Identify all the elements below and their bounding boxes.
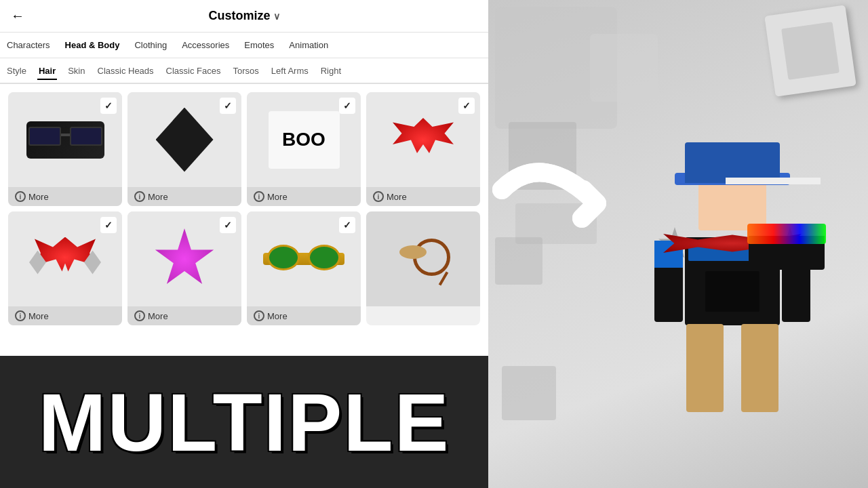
item-image-7: ✓ xyxy=(247,211,361,306)
sub-tab-left-arms[interactable]: Left Arms xyxy=(270,63,310,79)
info-icon-3: i xyxy=(254,191,264,202)
left-panel: ← Customize ∨ Characters Head & Body Clo… xyxy=(0,0,488,488)
item-more-7[interactable]: i More xyxy=(247,306,361,325)
item-more-5[interactable]: i More xyxy=(8,306,122,325)
check-badge-5: ✓ xyxy=(100,217,117,233)
chevron-down-icon[interactable]: ∨ xyxy=(273,11,280,22)
sub-tabs: Style Hair Skin Classic Heads Classic Fa… xyxy=(0,58,488,84)
page-title: Customize ∨ xyxy=(208,9,279,23)
item-card-2[interactable]: ✓ i More xyxy=(127,92,241,206)
item-more-6[interactable]: i More xyxy=(127,306,241,325)
more-label-2: More xyxy=(148,192,168,202)
nav-tabs: Characters Head & Body Clothing Accessor… xyxy=(0,33,488,58)
info-icon-7: i xyxy=(254,310,264,321)
sub-tab-classic-heads[interactable]: Classic Heads xyxy=(96,63,155,79)
check-badge-7: ✓ xyxy=(339,217,355,233)
logo-inner xyxy=(781,22,840,80)
sub-tab-torsos[interactable]: Torsos xyxy=(232,63,260,79)
more-label-6: More xyxy=(148,311,168,321)
check-badge-3: ✓ xyxy=(339,98,355,114)
title-text: Customize xyxy=(208,9,270,23)
nav-tab-characters[interactable]: Characters xyxy=(5,37,52,53)
nav-tab-clothing[interactable]: Clothing xyxy=(133,37,168,53)
more-label-7: More xyxy=(267,311,288,321)
sub-tab-classic-faces[interactable]: Classic Faces xyxy=(165,63,222,79)
right-panel xyxy=(488,0,868,488)
nav-tab-head-body[interactable]: Head & Body xyxy=(64,37,121,53)
nav-tab-accessories[interactable]: Accessories xyxy=(180,37,231,53)
item-image-6: ✓ xyxy=(127,211,241,306)
info-icon-4: i xyxy=(373,191,384,202)
roblox-character xyxy=(644,136,821,488)
multiple-label: MULTIPLE xyxy=(38,375,450,469)
arrow-container xyxy=(488,136,637,260)
info-icon-6: i xyxy=(134,310,145,321)
item-card-3[interactable]: BOO ✓ i More xyxy=(247,92,361,206)
char-arm-left xyxy=(654,241,683,322)
char-hat xyxy=(685,142,780,183)
char-leg-right xyxy=(741,324,778,412)
bottom-text-area: MULTIPLE xyxy=(0,356,488,488)
info-icon-2: i xyxy=(134,191,145,202)
item-more-1[interactable]: i More xyxy=(8,187,122,206)
char-shirt-logo xyxy=(705,271,760,312)
nav-tab-animation[interactable]: Animation xyxy=(288,37,330,53)
item-card-7[interactable]: ✓ i More xyxy=(247,211,361,325)
item-image-1: ✓ xyxy=(8,92,122,187)
main-container: ← Customize ∨ Characters Head & Body Clo… xyxy=(0,0,868,488)
bg-cube-1 xyxy=(502,366,556,420)
item-image-3: BOO ✓ xyxy=(247,92,361,187)
info-icon-1: i xyxy=(15,191,26,202)
item-card-5[interactable]: ✓ i More xyxy=(8,211,122,325)
sub-tab-skin[interactable]: Skin xyxy=(66,63,86,79)
more-label-3: More xyxy=(267,192,288,202)
sub-tab-style[interactable]: Style xyxy=(5,63,28,79)
item-image-8 xyxy=(366,211,480,306)
character-area xyxy=(597,81,868,488)
top-bar: ← Customize ∨ xyxy=(0,0,488,33)
check-badge-2: ✓ xyxy=(220,98,236,114)
item-card-1[interactable]: ✓ i More xyxy=(8,92,122,206)
info-icon-5: i xyxy=(15,310,26,321)
item-more-4[interactable]: i More xyxy=(366,187,480,206)
item-more-3[interactable]: i More xyxy=(247,187,361,206)
check-badge-1: ✓ xyxy=(100,98,117,114)
check-badge-4: ✓ xyxy=(458,98,475,114)
more-label-5: More xyxy=(28,311,49,321)
item-image-5: ✓ xyxy=(8,211,122,306)
char-hat-stripe xyxy=(726,178,821,184)
big-arrow-svg xyxy=(488,136,637,258)
item-card-8[interactable] xyxy=(366,211,480,325)
item-card-6[interactable]: ✓ i More xyxy=(127,211,241,325)
nav-tab-emotes[interactable]: Emotes xyxy=(243,37,275,53)
more-label-1: More xyxy=(28,192,49,202)
sub-tab-right[interactable]: Right xyxy=(319,63,342,79)
item-image-2: ✓ xyxy=(127,92,241,187)
char-glasses xyxy=(747,224,826,244)
item-image-4: ✓ xyxy=(366,92,480,187)
sub-tab-hair[interactable]: Hair xyxy=(37,63,57,80)
check-badge-6: ✓ xyxy=(220,217,236,233)
items-grid: ✓ i More ✓ i More xyxy=(0,84,488,333)
back-button[interactable]: ← xyxy=(11,8,24,24)
item-more-2[interactable]: i More xyxy=(127,187,241,206)
char-leg-left xyxy=(686,324,724,412)
item-card-4[interactable]: ✓ i More xyxy=(366,92,480,206)
more-label-4: More xyxy=(387,192,407,202)
